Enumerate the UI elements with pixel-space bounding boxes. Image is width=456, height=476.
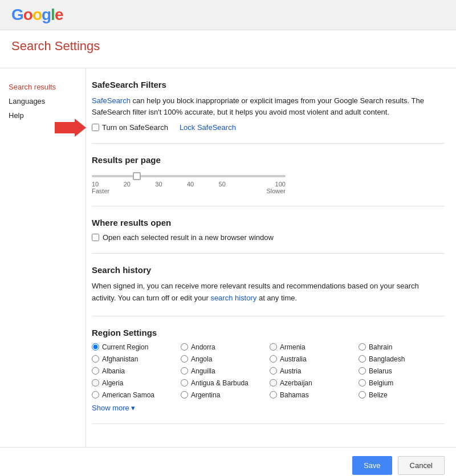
region-radio-bahrain[interactable]: [359, 343, 366, 351]
region-radio-australia[interactable]: [270, 355, 277, 363]
logo-g2-blue: g: [42, 6, 51, 23]
region-argentina[interactable]: Argentina: [181, 391, 267, 399]
region-albania[interactable]: Albania: [92, 367, 178, 375]
region-radio-afghanistan[interactable]: [92, 355, 99, 363]
safesearch-checkbox-label[interactable]: Turn on SafeSearch: [92, 123, 168, 132]
region-label-azerbaijan: Azerbaijan: [280, 379, 312, 387]
region-azerbaijan[interactable]: Azerbaijan: [270, 379, 356, 387]
search-history-section: Search history When signed in, you can r…: [92, 265, 445, 316]
region-radio-current-region[interactable]: [92, 343, 99, 351]
safesearch-link[interactable]: SafeSearch: [92, 96, 131, 105]
region-radio-bahamas[interactable]: [270, 391, 277, 398]
search-history-title: Search history: [92, 265, 445, 275]
search-history-link[interactable]: search history: [210, 294, 256, 302]
sidebar-item-search-results[interactable]: Search results: [9, 80, 77, 94]
svg-marker-0: [55, 119, 86, 137]
logo-o-red: o: [23, 6, 32, 23]
safesearch-desc-text: can help you block inappropriate or expl…: [92, 96, 424, 116]
history-suffix: at any time.: [256, 294, 297, 302]
region-label-bangladesh: Bangladesh: [369, 355, 405, 363]
region-label-afghanistan: Afghanistan: [102, 355, 138, 363]
new-window-checkbox[interactable]: [92, 234, 99, 241]
region-settings-section: Region Settings Current Region Andorra A…: [92, 328, 445, 424]
region-afghanistan[interactable]: Afghanistan: [92, 355, 178, 363]
region-radio-belize[interactable]: [359, 391, 366, 398]
safesearch-description: SafeSearch can help you block inappropri…: [92, 95, 445, 117]
region-anguilla[interactable]: Anguilla: [181, 367, 267, 375]
region-label-american-samoa: American Samoa: [102, 391, 154, 399]
region-australia[interactable]: Australia: [270, 355, 356, 363]
region-current-region[interactable]: Current Region: [92, 343, 178, 351]
region-label-angola: Angola: [191, 355, 212, 363]
region-label-bahrain: Bahrain: [369, 343, 392, 351]
where-results-section: Where results open Open each selected re…: [92, 218, 445, 254]
region-label-antigua-barbuda: Antigua & Barbuda: [191, 379, 249, 387]
region-label-anguilla: Anguilla: [191, 367, 215, 375]
region-antigua-barbuda[interactable]: Antigua & Barbuda: [181, 379, 267, 387]
region-bangladesh[interactable]: Bangladesh: [359, 355, 445, 363]
google-logo: Google: [11, 6, 63, 24]
safesearch-section: SafeSearch Filters SafeSearch can help y…: [92, 80, 445, 144]
show-more-label: Show more: [92, 404, 129, 412]
region-label-belize: Belize: [369, 391, 388, 399]
footer-buttons: Save Cancel: [0, 447, 456, 476]
region-label-bahamas: Bahamas: [280, 391, 309, 399]
cancel-button[interactable]: Cancel: [398, 456, 445, 475]
logo-e-red: e: [55, 6, 63, 23]
region-bahamas[interactable]: Bahamas: [270, 391, 356, 399]
logo-l-green: l: [51, 6, 55, 23]
where-results-title: Where results open: [92, 218, 445, 227]
region-label-albania: Albania: [102, 367, 125, 375]
region-radio-belgium[interactable]: [359, 379, 366, 387]
search-history-desc: When signed in, you can receive more rel…: [92, 280, 445, 304]
sidebar-item-languages[interactable]: Languages: [9, 94, 77, 108]
region-armenia[interactable]: Armenia: [270, 343, 356, 351]
save-button[interactable]: Save: [352, 456, 392, 475]
region-austria[interactable]: Austria: [270, 367, 356, 375]
region-radio-american-samoa[interactable]: [92, 391, 99, 398]
slider-endpoints: Faster Slower: [92, 188, 286, 194]
region-radio-angola[interactable]: [181, 355, 188, 363]
arrow-indicator-icon: [55, 119, 86, 137]
results-per-page-slider[interactable]: [92, 175, 286, 177]
region-label-australia: Australia: [280, 355, 307, 363]
region-radio-austria[interactable]: [270, 367, 277, 375]
slider-slower-label: Slower: [266, 188, 286, 194]
region-radio-argentina[interactable]: [181, 391, 188, 398]
results-per-page-title: Results per page: [92, 155, 445, 165]
region-label-armenia: Armenia: [280, 343, 306, 351]
region-radio-andorra[interactable]: [181, 343, 188, 351]
region-american-samoa[interactable]: American Samoa: [92, 391, 178, 399]
slider-tick-labels: 10 20 30 40 50 100: [92, 181, 286, 188]
region-angola[interactable]: Angola: [181, 355, 267, 363]
region-radio-antigua-barbuda[interactable]: [181, 379, 188, 387]
safesearch-checkbox[interactable]: [92, 124, 99, 131]
safesearch-title: SafeSearch Filters: [92, 80, 445, 89]
slider-container: 10 20 30 40 50 100 Faster Slower: [92, 170, 445, 194]
region-radio-bangladesh[interactable]: [359, 355, 366, 363]
region-radio-albania[interactable]: [92, 367, 99, 375]
region-belgium[interactable]: Belgium: [359, 379, 445, 387]
new-window-checkbox-label[interactable]: Open each selected result in a new brows…: [92, 233, 445, 242]
region-andorra[interactable]: Andorra: [181, 343, 267, 351]
page-container: Search results Languages Help SafeSearch…: [0, 68, 456, 447]
region-radio-anguilla[interactable]: [181, 367, 188, 375]
region-belize[interactable]: Belize: [359, 391, 445, 399]
region-label-argentina: Argentina: [191, 391, 220, 399]
region-algeria[interactable]: Algeria: [92, 379, 178, 387]
safesearch-checkbox-text: Turn on SafeSearch: [102, 123, 168, 132]
region-radio-azerbaijan[interactable]: [270, 379, 277, 387]
show-more-arrow-icon: ▾: [131, 404, 135, 412]
lock-safesearch-link[interactable]: Lock SafeSearch: [180, 123, 236, 132]
region-radio-algeria[interactable]: [92, 379, 99, 387]
region-grid: Current Region Andorra Armenia Bahrain A…: [92, 343, 445, 399]
header: Google: [0, 0, 456, 30]
page-title: Search Settings: [11, 39, 445, 54]
region-label-austria: Austria: [280, 367, 301, 375]
show-more-link[interactable]: Show more ▾: [92, 404, 135, 412]
region-bahrain[interactable]: Bahrain: [359, 343, 445, 351]
region-radio-belarus[interactable]: [359, 367, 366, 375]
region-radio-armenia[interactable]: [270, 343, 277, 351]
main-content: SafeSearch Filters SafeSearch can help y…: [85, 68, 456, 447]
region-belarus[interactable]: Belarus: [359, 367, 445, 375]
